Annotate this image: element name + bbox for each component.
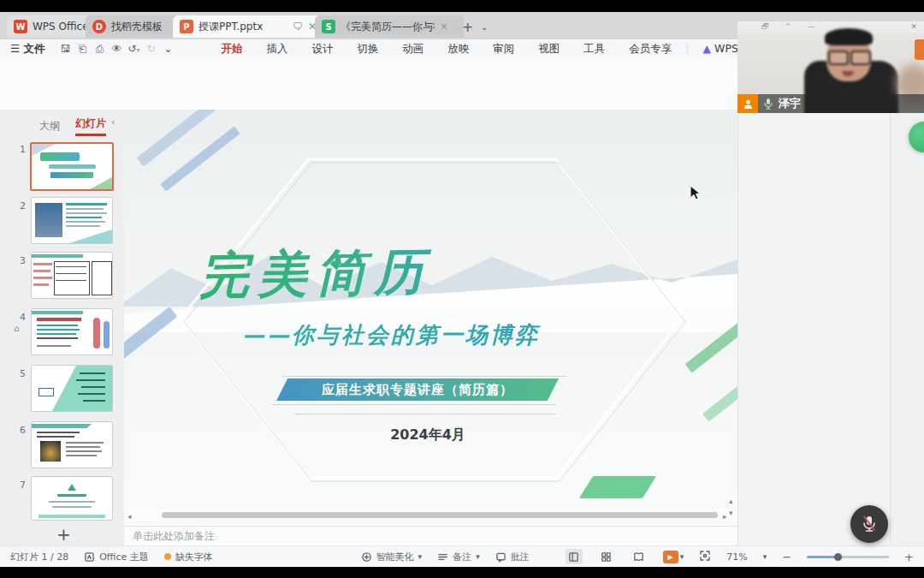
zoom-in-button[interactable]: + <box>904 551 914 563</box>
presenter-name: 泽宇 <box>779 96 801 111</box>
notes-toggle-button[interactable]: 备注▾ <box>437 551 480 563</box>
letterbox-top <box>0 0 924 12</box>
avatar-icon <box>737 94 758 113</box>
slide-sorter-button[interactable] <box>598 549 615 564</box>
ribbon-tab-member[interactable]: 会员专享 <box>619 39 682 58</box>
presenter-hair <box>825 28 873 45</box>
ribbon-tab-review[interactable]: 审阅 <box>483 39 524 58</box>
slide-number: 1 <box>12 144 26 155</box>
letterbox-bottom <box>0 567 924 578</box>
slide-sorter-icon <box>601 551 612 563</box>
normal-view-icon <box>568 551 579 563</box>
notes-placeholder: 单击此处添加备注 <box>133 529 215 544</box>
mic-muted-fab[interactable] <box>850 505 888 543</box>
slide-thumbnail-6[interactable] <box>31 421 113 468</box>
beautify-icon <box>361 551 372 563</box>
slide-subtitle[interactable]: ——你与社会的第一场博弈 <box>242 320 653 350</box>
side-tab-orange[interactable] <box>915 39 924 60</box>
print-icon[interactable]: ⎙ <box>93 43 107 55</box>
sidebar-collapse-icon[interactable]: ‹ <box>111 116 115 128</box>
tab-label: 找稻壳模板 <box>111 20 163 34</box>
ribbon-tab-animation[interactable]: 动画 <box>392 39 434 58</box>
tab-comment-icon[interactable]: 🗨 <box>293 21 303 33</box>
tab-docer-templates[interactable]: D 找稻壳模板 <box>86 15 181 38</box>
missing-font-button[interactable]: 缺失字体 <box>164 551 213 563</box>
slide-canvas[interactable]: 完美简历 ——你与社会的第一场博弈 应届生求职专题讲座（简历篇） 2024年4月… <box>124 110 737 526</box>
glasses-left-lens <box>828 51 849 65</box>
slide-banner[interactable]: 应届生求职专题讲座（简历篇） <box>276 378 559 401</box>
vscroll-down-arrow[interactable]: ▾ <box>729 509 733 517</box>
new-tab-button[interactable]: + <box>462 19 473 35</box>
slide-thumbnail-1[interactable] <box>30 142 114 191</box>
file-menu[interactable]: ☰ 文件 <box>0 39 56 58</box>
webcam-overlay[interactable]: 🗗 ⌃ — ✕ 泽宇 <box>737 21 924 113</box>
notes-icon <box>437 551 448 563</box>
sheet-file-icon: S <box>322 20 335 33</box>
slide-divider-line <box>295 414 556 414</box>
tab-close-icon[interactable]: × <box>440 21 448 33</box>
save-icon[interactable]: 🖫 <box>59 43 73 55</box>
wps-ai-icon: ▲ <box>702 42 711 55</box>
fit-icon <box>699 550 711 562</box>
webcam-name-band: 泽宇 <box>737 94 924 113</box>
zoom-level[interactable]: 71% <box>726 551 747 563</box>
smart-beautify-button[interactable]: 智能美化▾ <box>361 551 423 563</box>
ribbon-tab-slideshow[interactable]: 放映 <box>437 39 479 58</box>
status-bar: 幻灯片 1 / 28 Office 主题 缺失字体 智能美化▾ 备注▾ 批注 <box>0 545 924 567</box>
tab-active-pptx[interactable]: P 授课PPT.pptx 🗨 ✕ <box>173 15 323 38</box>
slide-thumbnail-5[interactable] <box>31 365 113 412</box>
theme-button[interactable]: Office 主题 <box>84 551 149 563</box>
docer-icon: D <box>92 20 106 33</box>
fit-window-button[interactable] <box>699 550 711 564</box>
reading-view-button[interactable] <box>631 549 648 564</box>
reading-view-icon <box>633 551 644 563</box>
zoom-chevron-icon[interactable]: ▾ <box>763 552 767 561</box>
hscroll-left-arrow[interactable]: ◂ <box>127 512 132 521</box>
redo-icon[interactable]: ↻ <box>144 43 157 55</box>
vscroll-up-arrow[interactable]: ▴ <box>729 497 733 505</box>
slide-date[interactable]: 2024年4月 <box>342 426 513 444</box>
tab-label: 《完美简历——你与社会的第一场 <box>341 20 435 34</box>
mic-on-icon <box>763 98 773 110</box>
normal-view-button[interactable] <box>566 549 583 564</box>
slide-number: 5 <box>12 368 26 379</box>
ppt-file-icon: P <box>180 20 193 33</box>
zoom-slider[interactable] <box>807 556 889 558</box>
toolbar-collapse-icon[interactable]: ⌄ <box>161 43 175 55</box>
ribbon-tab-view[interactable]: 视图 <box>528 39 570 58</box>
zoom-out-button[interactable]: − <box>782 551 791 563</box>
slide-thumbnail-4[interactable] <box>31 308 113 355</box>
preview-icon[interactable]: 👁 <box>110 43 124 55</box>
hscroll-right-arrow[interactable]: ▸ <box>723 512 727 521</box>
zoom-slider-handle[interactable] <box>834 553 842 561</box>
ribbon-tab-insert[interactable]: 插入 <box>256 39 298 58</box>
comments-button[interactable]: 批注 <box>495 551 530 563</box>
tab-spreadsheet[interactable]: S 《完美简历——你与社会的第一场 × <box>315 15 464 38</box>
output-icon[interactable]: ⎗ <box>76 43 90 55</box>
slide-thumbnail-7[interactable] <box>31 476 113 521</box>
theme-icon <box>84 551 95 563</box>
ribbon-tab-design[interactable]: 设计 <box>301 39 343 58</box>
tab-list-chevron-icon[interactable]: ⌄ <box>481 22 488 32</box>
add-slide-button[interactable]: + <box>56 524 71 545</box>
slide-title[interactable]: 完美简历 <box>198 236 559 309</box>
slide-thumbnail-3[interactable] <box>31 252 113 299</box>
tab-wps-home[interactable]: W WPS Office <box>7 15 96 38</box>
slide-thumbnail-2[interactable] <box>31 197 113 244</box>
notes-pane[interactable]: 单击此处添加备注 <box>124 526 737 545</box>
warning-dot-icon <box>164 553 171 560</box>
slide-transition-icon: ⌂ <box>14 324 19 333</box>
window-restore-icon: 🗗 <box>761 22 769 31</box>
ribbon-tab-tools[interactable]: 工具 <box>573 39 615 58</box>
tab-label: WPS Office <box>33 21 89 33</box>
undo-icon[interactable]: ↺▾ <box>127 43 140 55</box>
ribbon-tab-transition[interactable]: 切换 <box>346 39 388 58</box>
right-icon-strip: ••• <box>890 110 924 567</box>
slideshow-button[interactable]: ▶ ▾ <box>663 551 684 563</box>
tab-slides[interactable]: 幻灯片 <box>75 116 106 136</box>
horizontal-scrollbar[interactable] <box>162 512 718 518</box>
tab-outline[interactable]: 大纲 <box>39 119 60 134</box>
tab-label: 授课PPT.pptx <box>198 20 263 34</box>
slide-number: 7 <box>12 480 26 491</box>
hexagon-frame <box>124 110 737 526</box>
